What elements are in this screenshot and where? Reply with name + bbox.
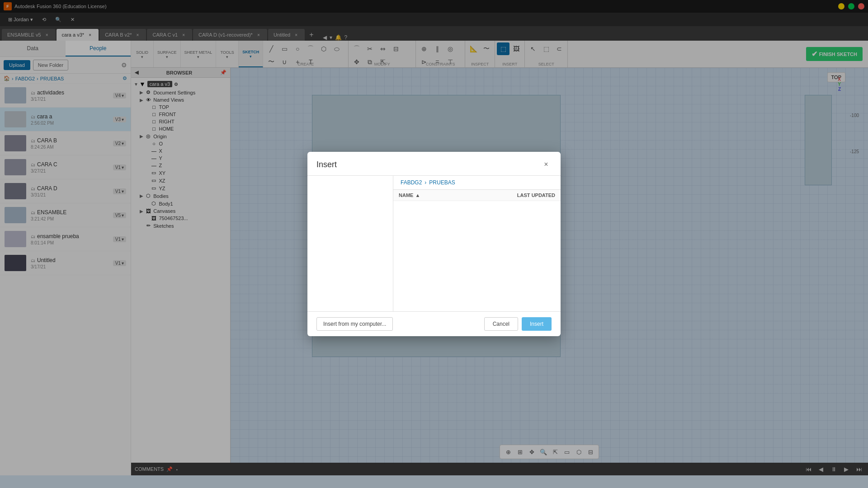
dialog-breadcrumb: FABDG2 › PRUEBAS xyxy=(393,176,561,190)
modal-overlay: Insert × FABDG2 › PRUEBAS NAME ▲ xyxy=(0,0,868,488)
dialog-action-buttons: Cancel Insert xyxy=(484,317,552,331)
insert-button[interactable]: Insert xyxy=(522,317,552,331)
insert-dialog: Insert × FABDG2 › PRUEBAS NAME ▲ xyxy=(307,152,561,336)
dialog-breadcrumb-project[interactable]: FABDG2 xyxy=(401,179,422,186)
cancel-button[interactable]: Cancel xyxy=(484,317,518,331)
dialog-title: Insert xyxy=(316,160,337,169)
file-table-header: NAME ▲ LAST UPDATED xyxy=(393,190,561,201)
dialog-projects-list xyxy=(307,176,393,311)
dialog-body: FABDG2 › PRUEBAS NAME ▲ LAST UPDATED xyxy=(307,176,561,311)
dialog-header: Insert × xyxy=(307,152,561,176)
dialog-footer: Insert from my computer... Cancel Insert xyxy=(307,311,561,336)
dialog-breadcrumb-sep: › xyxy=(425,179,426,186)
dialog-close-button[interactable]: × xyxy=(541,159,552,170)
file-table: NAME ▲ LAST UPDATED xyxy=(393,190,561,311)
insert-from-computer-button[interactable]: Insert from my computer... xyxy=(316,317,393,331)
col-name-header[interactable]: NAME ▲ xyxy=(399,192,496,198)
file-table-body xyxy=(393,201,561,208)
col-date-header: LAST UPDATED xyxy=(496,192,555,198)
dialog-files-panel: FABDG2 › PRUEBAS NAME ▲ LAST UPDATED xyxy=(393,176,561,311)
dialog-breadcrumb-folder[interactable]: PRUEBAS xyxy=(429,179,455,186)
